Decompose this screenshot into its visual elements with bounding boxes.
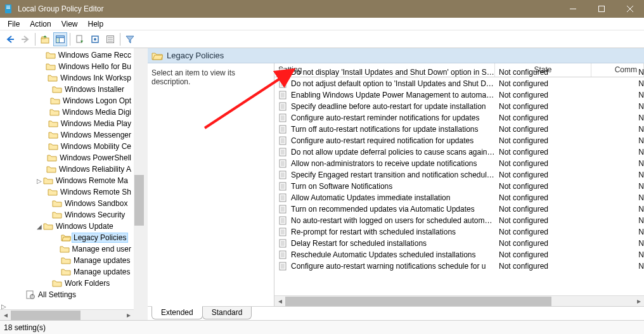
setting-comment: N xyxy=(591,216,644,225)
setting-row[interactable]: Configure auto-restart warning notificat… xyxy=(274,260,644,272)
forward-button[interactable] xyxy=(18,32,32,46)
tree-twisty-icon[interactable]: ◢ xyxy=(35,223,43,230)
setting-row[interactable]: Specify deadline before auto-restart for… xyxy=(274,101,644,112)
tree-twisty-icon[interactable]: ▷ xyxy=(35,177,43,184)
tree-label: Windows Security xyxy=(63,210,126,219)
setting-name: Configure auto-restart warning notificat… xyxy=(291,262,495,271)
tree-node[interactable]: ◢Windows Update xyxy=(0,221,134,232)
tree-node[interactable]: Manage updates xyxy=(0,255,134,266)
tree-node[interactable]: Windows Mobility Ce xyxy=(0,141,134,152)
svg-rect-25 xyxy=(280,68,286,76)
setting-row[interactable]: Allow non-administrators to receive upda… xyxy=(274,158,644,169)
tree-node[interactable]: Windows Hello for Bu xyxy=(0,61,134,72)
right-title: Legacy Policies xyxy=(167,51,224,60)
show-hide-tree-button[interactable] xyxy=(53,32,67,46)
tab-extended[interactable]: Extended xyxy=(151,306,203,319)
maximize-button[interactable] xyxy=(587,0,615,18)
setting-state: Not configured xyxy=(495,250,591,259)
tree-node[interactable]: Windows Game Recc xyxy=(0,49,134,61)
setting-row[interactable]: Turn on Software NotificationsNot config… xyxy=(274,181,644,192)
setting-comment: N xyxy=(591,125,644,134)
setting-name: Do not adjust default option to 'Install… xyxy=(291,79,495,88)
setting-row[interactable]: Configure auto-restart reminder notifica… xyxy=(274,112,644,124)
svg-rect-70 xyxy=(280,171,286,179)
tree-twisty-icon[interactable]: ▷ xyxy=(0,303,8,310)
tree-node[interactable]: Manage updates xyxy=(0,266,134,278)
tree-node[interactable]: Windows Security xyxy=(0,209,134,221)
setting-row[interactable]: Turn on recommended updates via Automati… xyxy=(274,203,644,215)
policy-icon xyxy=(278,262,288,271)
setting-state: Not configured xyxy=(495,216,591,225)
filter-button[interactable] xyxy=(123,32,137,46)
list-hscroll[interactable]: ◂ ▸ xyxy=(274,295,644,306)
setting-state: Not configured xyxy=(495,193,591,202)
properties-button[interactable] xyxy=(103,32,117,46)
minimize-button[interactable] xyxy=(558,0,587,18)
tree-label: Windows Mobility Ce xyxy=(60,142,132,151)
setting-row[interactable]: Delay Restart for scheduled installation… xyxy=(274,238,644,249)
menu-file[interactable]: File xyxy=(3,19,25,29)
refresh-button[interactable] xyxy=(88,32,102,46)
tree-node[interactable]: Windows Logon Opt xyxy=(0,95,134,106)
tree-node[interactable]: ▷ xyxy=(0,300,134,309)
folder-icon xyxy=(46,165,56,174)
setting-state: Not configured xyxy=(495,113,591,122)
tree-label: Work Folders xyxy=(63,279,111,288)
description-pane: Select an item to view its description. xyxy=(148,63,274,306)
setting-name: Turn on recommended updates via Automati… xyxy=(291,205,495,214)
policy-icon xyxy=(278,239,288,248)
tree-node[interactable]: Windows Installer xyxy=(0,84,134,95)
setting-row[interactable]: Enabling Windows Update Power Management… xyxy=(274,89,644,101)
setting-comment: N xyxy=(591,182,644,191)
tree-label: Manage updates xyxy=(72,256,131,265)
menu-action[interactable]: Action xyxy=(25,19,56,29)
tree-node[interactable]: Windows PowerShell xyxy=(0,152,134,164)
policy-icon xyxy=(278,125,288,134)
setting-comment: N xyxy=(591,250,644,259)
tree-node[interactable]: Work Folders xyxy=(0,278,134,289)
back-button[interactable] xyxy=(3,32,17,46)
up-button[interactable] xyxy=(38,32,52,46)
folder-icon xyxy=(52,199,62,208)
tab-standard[interactable]: Standard xyxy=(202,307,252,319)
tree-label: Windows Hello for Bu xyxy=(57,62,132,71)
tree-vscroll[interactable] xyxy=(134,48,145,320)
tree-node[interactable]: Legacy Policies xyxy=(0,232,134,243)
policy-icon xyxy=(278,79,288,88)
policy-icon xyxy=(278,68,288,77)
tree-node[interactable]: Manage end user xyxy=(0,243,134,255)
setting-state: Not configured xyxy=(495,262,591,271)
setting-row[interactable]: Specify Engaged restart transition and n… xyxy=(274,169,644,181)
folder-icon xyxy=(46,51,56,60)
tree-hscroll[interactable]: ◂ ▸ xyxy=(0,309,134,320)
tree-node[interactable]: Windows Remote Sh xyxy=(0,186,134,198)
setting-row[interactable]: Turn off auto-restart notifications for … xyxy=(274,124,644,135)
tree-node[interactable]: All Settings xyxy=(0,289,134,300)
setting-comment: N xyxy=(591,148,644,157)
setting-row[interactable]: Allow Automatic Updates immediate instal… xyxy=(274,192,644,203)
tree-node[interactable]: Windows Reliability A xyxy=(0,164,134,175)
tree-node[interactable]: Windows Ink Worksp xyxy=(0,72,134,84)
export-button[interactable] xyxy=(73,32,87,46)
setting-row[interactable]: Do not display 'Install Updates and Shut… xyxy=(274,67,644,78)
menu-view[interactable]: View xyxy=(56,19,83,29)
setting-row[interactable]: Do not adjust default option to 'Install… xyxy=(274,78,644,89)
menu-help[interactable]: Help xyxy=(83,19,109,29)
setting-row[interactable]: Re-prompt for restart with scheduled ins… xyxy=(274,226,644,238)
tree-node[interactable]: Windows Sandbox xyxy=(0,198,134,209)
setting-row[interactable]: Reschedule Automatic Updates scheduled i… xyxy=(274,249,644,260)
setting-state: Not configured xyxy=(495,125,591,134)
tree-node[interactable]: ▷Windows Remote Ma xyxy=(0,175,134,186)
tree-node[interactable]: Windows Messenger xyxy=(0,129,134,141)
folder-open-icon xyxy=(151,51,163,61)
tree-node[interactable]: Windows Media Play xyxy=(0,118,134,129)
setting-row[interactable]: No auto-restart with logged on users for… xyxy=(274,215,644,226)
setting-row[interactable]: Configure auto-restart required notifica… xyxy=(274,135,644,146)
policy-icon xyxy=(278,193,288,202)
tree-label: Windows Reliability A xyxy=(58,165,132,174)
close-button[interactable] xyxy=(615,0,644,18)
setting-comment: N xyxy=(591,68,644,77)
tree-node[interactable]: Windows Media Digi xyxy=(0,106,134,118)
policy-icon xyxy=(278,113,288,122)
setting-row[interactable]: Do not allow update deferral policies to… xyxy=(274,146,644,158)
